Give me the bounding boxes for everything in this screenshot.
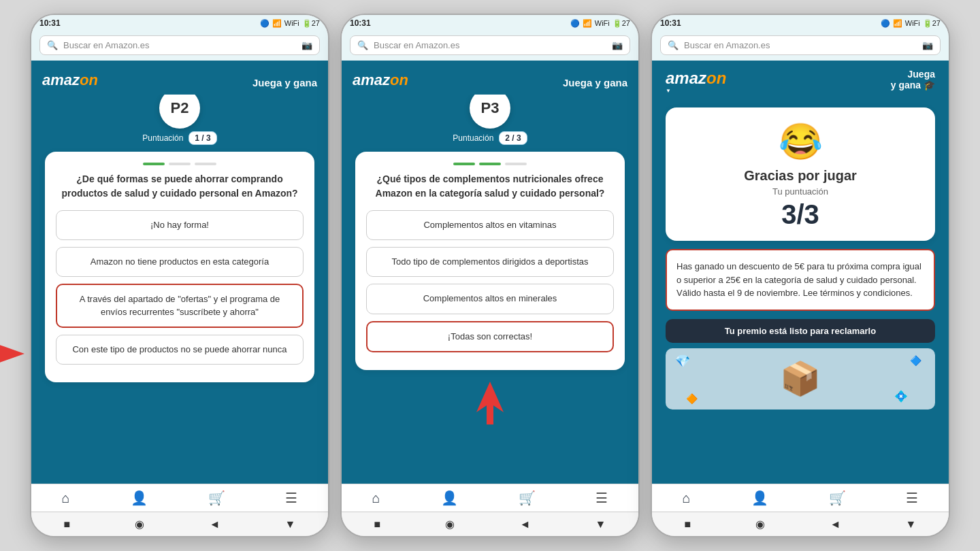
signal-icon-2: 📶 <box>583 19 592 28</box>
smile-tagline: ▼ <box>666 88 726 94</box>
answer-2-3[interactable]: Complementos altos en minerales <box>366 284 614 314</box>
home-nav-3[interactable]: ⌂ <box>682 490 690 506</box>
signal-icon-3: 📶 <box>893 19 902 28</box>
time-1: 10:31 <box>39 18 61 28</box>
tagline-2: Juega y gana <box>563 76 627 90</box>
thanks-area: 😂 Gracias por jugar Tu puntuación 3/3 Ha… <box>652 101 949 484</box>
answer-2-1[interactable]: Complementos altos en vitaminas <box>366 210 614 240</box>
down-btn-1[interactable]: ▼ <box>285 518 296 531</box>
menu-nav-1[interactable]: ☰ <box>285 490 297 506</box>
tu-puntuacion: Tu puntuación <box>676 186 924 197</box>
home-nav-2[interactable]: ⌂ <box>372 490 380 506</box>
square-btn-2[interactable]: ■ <box>374 518 381 531</box>
square-btn-3[interactable]: ■ <box>685 518 691 531</box>
prize-box: 💎 🔷 🔶 💠 📦 <box>666 348 935 410</box>
cart-nav-2[interactable]: 🛒 <box>519 490 536 506</box>
search-icon-1: 🔍 <box>47 40 58 50</box>
question-text-2: ¿Qué tipos de complementos nutricionales… <box>366 172 614 201</box>
profile-nav-1[interactable]: 👤 <box>131 490 148 506</box>
amazon-logo-3: amazon <box>666 69 726 88</box>
back-btn-3[interactable]: ◄ <box>830 518 841 531</box>
answer-1-2[interactable]: Amazon no tiene productos en esta catego… <box>56 247 304 277</box>
android-nav-2: ■ ◉ ◄ ▼ <box>342 512 638 536</box>
answer-1-3[interactable]: A través del apartado de "ofertas" y el … <box>56 284 304 327</box>
camera-icon-2[interactable]: 📷 <box>612 40 623 50</box>
banner-1: amazon Juega y gana <box>31 61 328 95</box>
score-value-2: 2 / 3 <box>499 131 527 145</box>
question-text-1: ¿De qué formas se puede ahorrar comprand… <box>56 172 304 201</box>
down-btn-3[interactable]: ▼ <box>906 518 917 531</box>
answer-1-4[interactable]: Con este tipo de productos no se puede a… <box>56 335 304 365</box>
status-bar-3: 10:31 🔵 📶 WiFi 🔋27 <box>652 15 949 31</box>
android-nav-1: ■ ◉ ◄ ▼ <box>31 512 328 536</box>
quiz-card-2: ¿Qué tipos de complementos nutricionales… <box>355 152 625 370</box>
phone-3: 10:31 🔵 📶 WiFi 🔋27 🔍 Buscar en Amazon.es… <box>645 14 956 537</box>
circle-btn-2[interactable]: ◉ <box>445 518 455 531</box>
score-label-2: Puntuación <box>453 133 493 143</box>
banner-2: amazon Juega y gana <box>342 61 638 95</box>
question-badge-2: P3 <box>470 95 510 129</box>
circle-btn-3[interactable]: ◉ <box>755 518 765 531</box>
search-placeholder-3: Buscar en Amazon.es <box>684 40 770 50</box>
confetti-3: 🔶 <box>686 393 698 404</box>
wifi-icon-2: WiFi <box>595 19 610 27</box>
profile-nav-3[interactable]: 👤 <box>751 490 768 506</box>
final-score: 3/3 <box>676 199 924 230</box>
camera-icon-3[interactable]: 📷 <box>922 40 933 50</box>
answer-2-4[interactable]: ¡Todas son correctas! <box>366 321 614 352</box>
dot-1-3 <box>195 163 216 165</box>
down-btn-2[interactable]: ▼ <box>595 518 606 531</box>
menu-nav-3[interactable]: ☰ <box>906 490 918 506</box>
quiz-card-1: ¿De qué formas se puede ahorrar comprand… <box>45 152 314 382</box>
phone3-frame: 10:31 🔵 📶 WiFi 🔋27 🔍 Buscar en Amazon.es… <box>651 14 950 537</box>
search-bar-1: 🔍 Buscar en Amazon.es 📷 <box>31 31 328 61</box>
circle-btn-1[interactable]: ◉ <box>135 518 144 531</box>
menu-nav-2[interactable]: ☰ <box>595 490 608 506</box>
bottom-nav-2: ⌂ 👤 🛒 ☰ <box>342 484 638 512</box>
celebration-emoji: 😂 <box>676 121 924 163</box>
bluetooth-icon: 🔵 <box>260 19 270 28</box>
square-btn-1[interactable]: ■ <box>64 518 71 531</box>
answer-1-1[interactable]: ¡No hay forma! <box>56 210 304 240</box>
search-icon-2: 🔍 <box>357 40 368 50</box>
banner-3: amazon ▼ Juega y gana 🎓 <box>652 61 949 101</box>
tagline-1: Juega y gana <box>252 76 317 90</box>
time-2: 10:31 <box>350 18 371 28</box>
search-input-2[interactable]: 🔍 Buscar en Amazon.es 📷 <box>350 35 630 55</box>
thanks-card: 😂 Gracias por jugar Tu puntuación 3/3 <box>666 107 935 241</box>
svg-marker-0 <box>0 337 24 371</box>
confetti-4: 💠 <box>894 390 908 403</box>
search-icon-3: 🔍 <box>668 40 679 50</box>
amazon-logo-2: amazon <box>353 71 408 89</box>
home-nav-1[interactable]: ⌂ <box>61 490 69 506</box>
phone1-frame: 10:31 🔵 📶 WiFi 🔋27 🔍 Buscar en Amazon.es… <box>30 14 329 537</box>
signal-icon: 📶 <box>272 19 282 28</box>
confetti-2: 🔷 <box>910 355 921 366</box>
confetti-1: 💎 <box>675 354 690 369</box>
dot-1-2 <box>169 163 191 165</box>
back-btn-1[interactable]: ◄ <box>210 518 220 531</box>
red-arrow-left <box>0 333 31 374</box>
quiz-area-1: P2 Puntuación 1 / 3 ¿De qué formas se pu… <box>31 95 328 484</box>
prize-box-icon: 📦 <box>780 360 821 398</box>
back-btn-2[interactable]: ◄ <box>520 518 531 531</box>
svg-marker-1 <box>476 382 504 424</box>
status-bar-2: 10:31 🔵 📶 WiFi 🔋27 <box>342 15 638 31</box>
phone-2: 10:31 🔵 📶 WiFi 🔋27 🔍 Buscar en Amazon.es… <box>335 14 645 537</box>
camera-icon-1[interactable]: 📷 <box>301 40 312 50</box>
time-3: 10:31 <box>660 18 681 28</box>
search-input-1[interactable]: 🔍 Buscar en Amazon.es 📷 <box>39 35 320 55</box>
answer-2-2[interactable]: Todo tipo de complementos dirigidos a de… <box>366 247 614 277</box>
battery-icon: 🔋27 <box>302 19 320 28</box>
bottom-nav-3: ⌂ 👤 🛒 ☰ <box>652 484 949 512</box>
progress-dots-2 <box>366 163 614 165</box>
cart-nav-1[interactable]: 🛒 <box>208 490 225 506</box>
bluetooth-icon-3: 🔵 <box>881 19 890 28</box>
search-placeholder-1: Buscar en Amazon.es <box>63 40 149 50</box>
cart-nav-3[interactable]: 🛒 <box>829 490 846 506</box>
bottom-nav-1: ⌂ 👤 🛒 ☰ <box>31 484 328 512</box>
search-input-3[interactable]: 🔍 Buscar en Amazon.es 📷 <box>660 35 941 55</box>
status-bar-1: 10:31 🔵 📶 WiFi 🔋27 <box>31 15 328 31</box>
dot-2-1 <box>453 163 475 165</box>
profile-nav-2[interactable]: 👤 <box>441 490 458 506</box>
